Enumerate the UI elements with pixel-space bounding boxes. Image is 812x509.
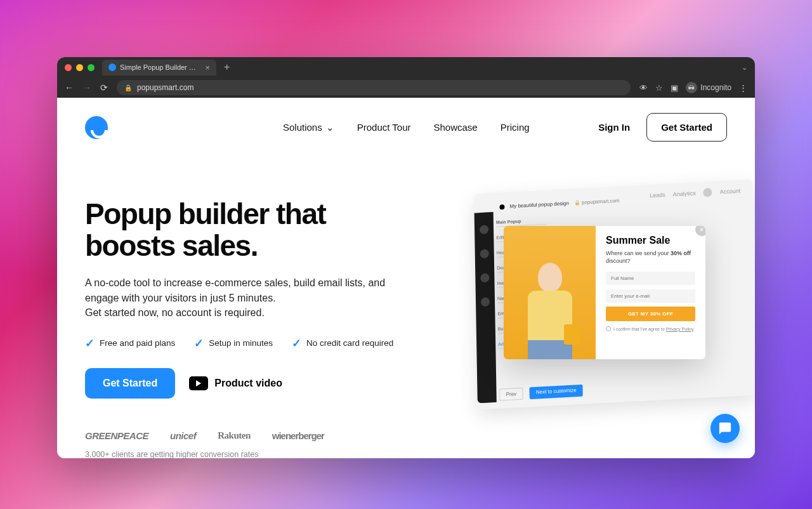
hero-title: Popup builder that boosts sales. — [85, 199, 415, 261]
browser-window: Simple Popup Builder That Bo… × + ⌄ ← → … — [57, 57, 755, 458]
lock-icon: 🔒 — [124, 84, 132, 91]
site-nav: Solutions ⌄ Product Tour Showcase Pricin… — [85, 113, 727, 142]
logo-unicef: unicef — [170, 430, 196, 441]
mock-leads-link: Leads — [650, 192, 665, 199]
mock-prev-button: Prev — [499, 388, 523, 401]
mock-popup-preview: × Summer Sale Where can we send your 30%… — [504, 226, 705, 359]
page-content: Solutions ⌄ Product Tour Showcase Pricin… — [57, 98, 755, 458]
popup-email-input — [606, 289, 695, 303]
extensions-icon[interactable]: ▣ — [671, 83, 678, 93]
browser-tab[interactable]: Simple Popup Builder That Bo… × — [102, 60, 216, 76]
popup-name-input — [606, 272, 695, 285]
close-window-icon[interactable] — [65, 64, 72, 71]
chat-icon — [718, 421, 732, 435]
popup-cta-button: GET MY 30% OFF — [606, 307, 695, 321]
traffic-lights[interactable] — [65, 64, 95, 71]
check-icon: ✓ — [292, 336, 301, 350]
menu-dots-icon[interactable]: ⋮ — [739, 83, 747, 93]
maximize-window-icon[interactable] — [88, 64, 95, 71]
check-icon: ✓ — [194, 336, 204, 350]
feature-setup-minutes: ✓ Setup in minutes — [194, 336, 273, 350]
logo-wienerberger: wienerberger — [272, 430, 324, 441]
mock-sidebar — [475, 212, 497, 403]
popup-image — [504, 226, 596, 359]
back-icon[interactable]: ← — [65, 83, 74, 93]
new-tab-icon[interactable]: + — [224, 62, 230, 73]
play-icon — [189, 376, 208, 390]
logo-rakuten: Rakuten — [218, 430, 251, 441]
browser-tab-bar: Simple Popup Builder That Bo… × + ⌄ — [57, 57, 755, 77]
get-started-button[interactable]: Get Started — [646, 113, 727, 142]
forward-icon[interactable]: → — [82, 83, 91, 93]
incognito-icon: 🕶 — [686, 82, 697, 93]
radio-icon — [606, 326, 611, 331]
feature-row: ✓ Free and paid plans ✓ Setup in minutes… — [85, 336, 415, 350]
minimize-window-icon[interactable] — [76, 64, 83, 71]
popupsmart-logo[interactable] — [85, 116, 108, 139]
tab-close-icon[interactable]: × — [205, 63, 210, 72]
feature-free-plans: ✓ Free and paid plans — [85, 336, 175, 350]
tab-favicon-icon — [108, 63, 116, 71]
avatar-icon — [704, 188, 712, 197]
browser-toolbar: ← → ⟳ 🔒 popupsmart.com 👁 ☆ ▣ 🕶 Incognito… — [57, 77, 755, 98]
check-icon: ✓ — [85, 336, 95, 350]
mock-next-button: Next to customize — [530, 385, 583, 399]
mock-analytics-link: Analytics — [673, 190, 696, 197]
popup-title: Summer Sale — [606, 235, 695, 246]
bookmark-icon[interactable]: ☆ — [655, 83, 663, 93]
url-text: popupsmart.com — [137, 83, 193, 92]
url-bar[interactable]: 🔒 popupsmart.com — [117, 80, 631, 95]
client-logos: GREENPEACE unicef Rakuten wienerberger — [85, 430, 415, 441]
hero-product-mock: My beautiful popup design 🔒 popupsmart.c… — [450, 187, 755, 415]
nav-pricing[interactable]: Pricing — [501, 122, 530, 133]
incognito-badge: 🕶 Incognito — [686, 82, 731, 93]
chat-widget-button[interactable] — [710, 414, 740, 443]
reload-icon[interactable]: ⟳ — [100, 83, 108, 93]
visibility-off-icon[interactable]: 👁 — [639, 83, 648, 93]
all-tabs-chevron-icon[interactable]: ⌄ — [742, 63, 747, 72]
nav-showcase[interactable]: Showcase — [434, 122, 478, 133]
mock-logo-icon — [499, 204, 504, 209]
popup-subtitle: Where can we send your 30% off discount? — [606, 250, 695, 265]
nav-solutions[interactable]: Solutions ⌄ — [283, 122, 334, 133]
hero-get-started-button[interactable]: Get Started — [85, 368, 175, 399]
feature-no-card: ✓ No credit card required — [292, 336, 393, 350]
close-icon: × — [695, 226, 705, 236]
chevron-down-icon: ⌄ — [326, 122, 334, 133]
product-video-link[interactable]: Product video — [189, 376, 282, 390]
mock-account-link: Account — [720, 188, 741, 195]
sign-in-link[interactable]: Sign In — [598, 122, 630, 133]
popup-confirm-text: I confirm that I've agree to Privacy Pol… — [606, 326, 695, 331]
logo-greenpeace: GREENPEACE — [85, 430, 148, 441]
hero-subtitle: A no-code tool to increase e-commerce sa… — [85, 275, 415, 320]
tab-title: Simple Popup Builder That Bo… — [120, 63, 199, 71]
nav-product-tour[interactable]: Product Tour — [357, 122, 411, 133]
client-stats: 3.000+ clients are getting higher conver… — [85, 450, 415, 458]
